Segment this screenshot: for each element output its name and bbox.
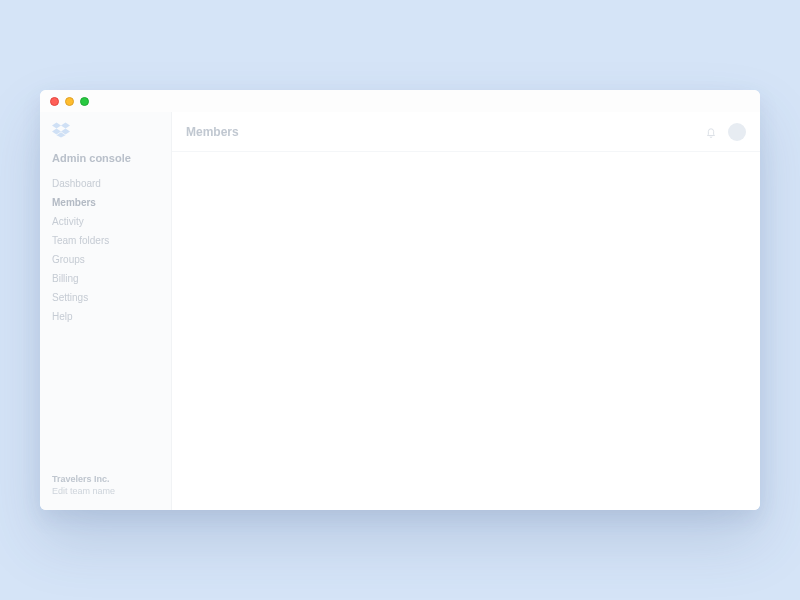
sidebar-item-dashboard[interactable]: Dashboard	[52, 178, 159, 189]
sidebar-item-label: Settings	[52, 292, 88, 303]
avatar[interactable]	[728, 123, 746, 141]
sidebar-item-label: Help	[52, 311, 73, 322]
sidebar-item-billing[interactable]: Billing	[52, 273, 159, 284]
sidebar-item-members[interactable]: Members	[52, 197, 159, 208]
sidebar-item-label: Team folders	[52, 235, 109, 246]
main-area: Members	[172, 112, 760, 510]
sidebar-item-groups[interactable]: Groups	[52, 254, 159, 265]
content-area	[172, 152, 760, 510]
window-zoom-button[interactable]	[80, 97, 89, 106]
edit-team-name-link[interactable]: Edit team name	[52, 485, 159, 498]
sidebar: Admin console Dashboard Members Activity…	[40, 112, 172, 510]
dropbox-logo-icon[interactable]	[52, 122, 70, 138]
app-window: Admin console Dashboard Members Activity…	[40, 90, 760, 510]
window-minimize-button[interactable]	[65, 97, 74, 106]
topbar: Members	[172, 112, 760, 152]
notifications-icon[interactable]	[704, 125, 718, 139]
sidebar-item-label: Dashboard	[52, 178, 101, 189]
sidebar-nav: Dashboard Members Activity Team folders …	[52, 178, 159, 322]
sidebar-item-label: Groups	[52, 254, 85, 265]
sidebar-item-label: Members	[52, 197, 96, 208]
team-name: Travelers Inc.	[52, 473, 159, 486]
page-title: Members	[186, 125, 239, 139]
sidebar-item-label: Billing	[52, 273, 79, 284]
sidebar-footer: Travelers Inc. Edit team name	[52, 473, 159, 498]
sidebar-item-settings[interactable]: Settings	[52, 292, 159, 303]
sidebar-item-label: Activity	[52, 216, 84, 227]
sidebar-item-help[interactable]: Help	[52, 311, 159, 322]
sidebar-item-team-folders[interactable]: Team folders	[52, 235, 159, 246]
app-body: Admin console Dashboard Members Activity…	[40, 112, 760, 510]
window-close-button[interactable]	[50, 97, 59, 106]
window-titlebar	[40, 90, 760, 112]
sidebar-item-activity[interactable]: Activity	[52, 216, 159, 227]
admin-console-title: Admin console	[52, 152, 159, 164]
